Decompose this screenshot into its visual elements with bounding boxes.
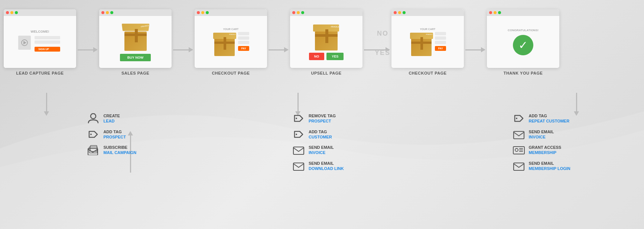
titlebar-sales — [99, 9, 172, 16]
grant-access-label: GRANT ACCESS — [529, 145, 562, 150]
tag-icon-customer — [292, 129, 305, 140]
play-triangle-icon — [23, 41, 26, 45]
browser-sales: FRAGILE BUY NOW — [99, 9, 172, 68]
action-subscribe-mail: SUBSCRIBE MAIL CAMPAIGN — [87, 145, 146, 156]
action-group-lead-capture: CREATE LEAD ADD TAG PROSPECT — [87, 113, 146, 156]
arrow-line-3 — [269, 49, 284, 50]
send-email-download-text: SEND EMAIL DOWNLOAD LINK — [309, 161, 344, 171]
arrow-cp2-to-ty — [464, 47, 487, 75]
cp1-row: FRAGILE PAY — [212, 32, 249, 56]
action-add-tag-prospect-lc: ADD TAG PROSPECT — [87, 129, 146, 140]
send-email-download-label: SEND EMAIL — [309, 161, 344, 166]
cp2-field-2 — [435, 36, 446, 40]
package-box-checkout2: FRAGILE — [409, 32, 433, 56]
arrow-head-5 — [481, 47, 485, 52]
dot-yellow-sp — [106, 11, 109, 14]
action-add-tag-repeat-customer: ADD TAG REPEAT CUSTOMER — [513, 113, 572, 124]
arrow-head-2 — [189, 47, 193, 52]
arrow-lc-to-sp — [76, 47, 99, 75]
lcp-play-button[interactable] — [21, 39, 28, 46]
svg-point-6 — [296, 134, 297, 135]
titlebar-checkout2 — [391, 9, 464, 16]
subscribe-value: MAIL CAMPAIGN — [103, 150, 136, 155]
cp2-fields: PAY — [435, 32, 446, 51]
svg-point-12 — [515, 148, 518, 151]
cp2-page-label: CHECKOUT PAGE — [409, 71, 446, 75]
dot-green-ty — [498, 11, 501, 14]
fragile-cp2: FRAGILE — [426, 33, 433, 35]
svg-point-5 — [296, 118, 297, 119]
box-tape-h — [124, 33, 147, 36]
page-unit-checkout1: YOUR CART FRAGILE — [195, 9, 267, 75]
arrow-head-3 — [284, 47, 289, 52]
send-email-download-value: DOWNLOAD LINK — [309, 166, 344, 171]
actions-row: CREATE LEAD ADD TAG PROSPECT — [0, 113, 644, 171]
dot-red-lc — [6, 11, 9, 14]
add-tag-customer-label: ADD TAG — [309, 129, 332, 134]
titlebar-lead-capture — [4, 9, 76, 16]
lcp-field-2 — [35, 40, 60, 44]
cp1-page-label: CHECKOUT PAGE — [212, 71, 250, 75]
send-email-ml-value: MEMBERSHIP LOGIN — [529, 166, 570, 171]
action-remove-tag-prospect: REMOVE TAG PROSPECT — [292, 113, 352, 124]
cp2-field-1 — [435, 32, 446, 35]
action-create-lead: CREATE LEAD — [87, 113, 146, 124]
cp1-field-2 — [238, 36, 249, 40]
dot-red-cp1 — [197, 11, 200, 14]
action-group-checkout1: REMOVE TAG PROSPECT ADD TAG CUSTOMER — [292, 113, 352, 171]
envelope-svg-membership-login — [513, 161, 525, 171]
cp1-pay-button[interactable]: PAY — [238, 46, 249, 51]
subscribe-label: SUBSCRIBE — [103, 145, 136, 150]
dot-yellow-cp2 — [398, 11, 401, 14]
create-lead-text: CREATE LEAD — [103, 113, 120, 124]
browser-lead-capture: WELCOME! SIGN UP — [4, 9, 76, 68]
cp1-fields: PAY — [238, 32, 249, 51]
branch-yes-label: YES — [375, 49, 390, 57]
add-tag-customer-text: ADD TAG CUSTOMER — [309, 129, 332, 140]
add-tag-lc-value: PROSPECT — [103, 134, 126, 140]
upsell-no-button[interactable]: NO — [309, 53, 325, 60]
id-card-svg — [513, 145, 525, 155]
remove-tag-text: REMOVE TAG PROSPECT — [309, 113, 336, 124]
send-email-membership-login-text: SEND EMAIL MEMBERSHIP LOGIN — [529, 161, 570, 171]
add-tag-lc-label: ADD TAG — [103, 129, 126, 134]
arrow-line-1 — [78, 49, 93, 50]
titlebar-thankyou — [487, 9, 559, 16]
page-unit-upsell: FRAGILE NO YES UPSELL PAGE NO YES — [290, 9, 362, 75]
svg-point-1 — [90, 134, 92, 135]
pages-row: WELCOME! SIGN UP — [4, 9, 640, 75]
dot-red-sp — [101, 11, 104, 14]
lcp-welcome-text: WELCOME! — [31, 30, 49, 33]
svg-rect-10 — [514, 131, 524, 139]
down-arrow-cp1 — [295, 93, 300, 116]
lcp-signup-button[interactable]: SIGN UP — [35, 47, 60, 52]
page-unit-thankyou: CONGRATULATIONS! ✓ THANK YOU PAGE — [487, 9, 559, 75]
cp2-pay-button[interactable]: PAY — [435, 46, 446, 51]
send-email-cp1-value: INVOICE — [309, 150, 334, 155]
browser-upsell: FRAGILE NO YES — [290, 9, 362, 68]
envelope-icon-ty-invoice — [513, 129, 525, 140]
envelope-svg-cp1-invoice — [292, 145, 305, 155]
lcp-field-1 — [35, 36, 60, 39]
arrow-head-1 — [93, 47, 98, 52]
tag-svg-customer — [292, 129, 305, 140]
add-tag-prospect-lc-text: ADD TAG PROSPECT — [103, 129, 126, 140]
dot-green-lc — [15, 11, 18, 14]
upsell-yes-button[interactable]: YES — [326, 53, 344, 60]
cp2-field-3 — [435, 41, 446, 44]
buy-now-button[interactable]: BUY NOW — [120, 54, 151, 61]
arrow-sp-to-cp1 — [172, 47, 195, 75]
envelope-svg-ty-invoice — [513, 129, 525, 140]
send-email-ty-invoice-label: SEND EMAIL — [529, 129, 554, 134]
dot-yellow-lc — [10, 11, 13, 14]
add-tag-customer-value: CUSTOMER — [309, 134, 332, 140]
lcp-page-label: LEAD CAPTURE PAGE — [16, 71, 64, 75]
up-page-label: UPSELL PAGE — [311, 71, 341, 75]
envelope-icon-membership-login — [513, 161, 525, 171]
person-icon — [87, 113, 100, 124]
mail-stack-svg — [87, 145, 100, 155]
package-box-sales: FRAGILE — [121, 23, 150, 51]
id-card-icon — [513, 145, 525, 155]
tag-icon-repeat-customer — [513, 113, 525, 124]
browser-checkout2: YOUR CART FRAGILE — [391, 9, 464, 68]
